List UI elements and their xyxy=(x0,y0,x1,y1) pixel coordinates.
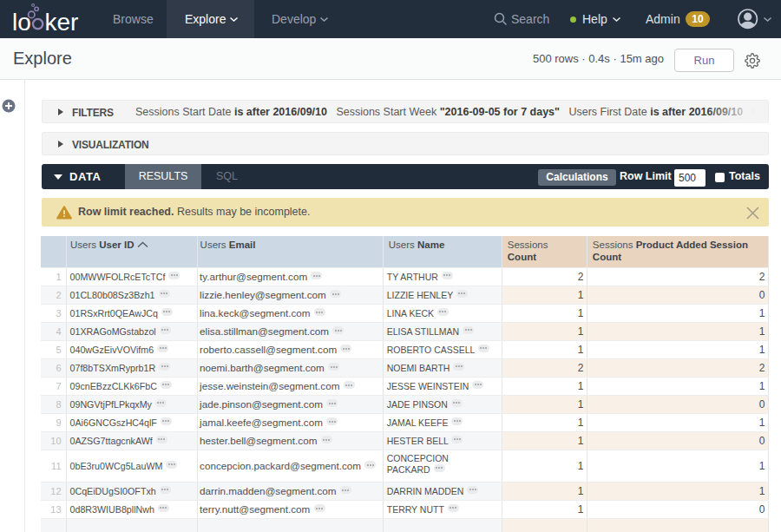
svg-text:ker: ker xyxy=(44,9,78,36)
